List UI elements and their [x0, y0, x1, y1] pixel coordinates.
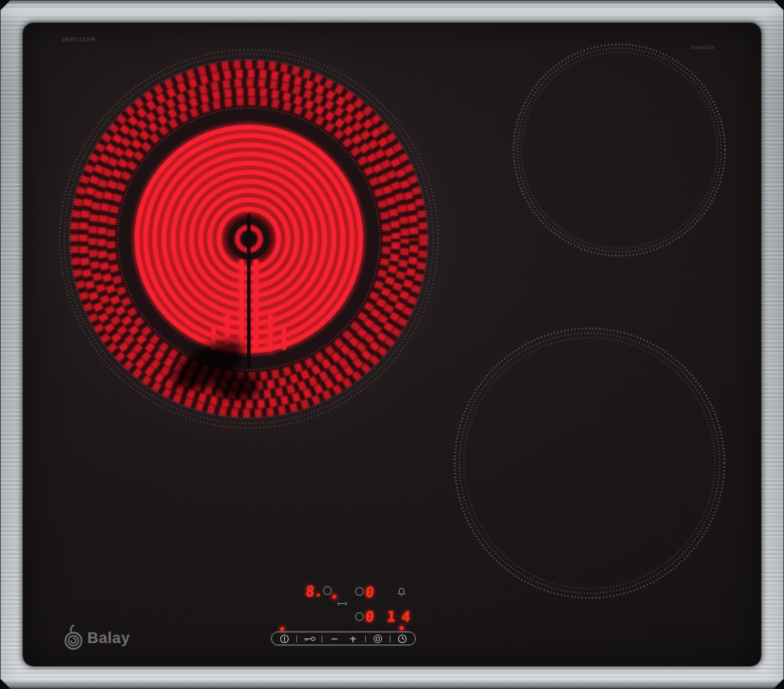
divider	[322, 635, 322, 642]
power-on-indicator	[280, 627, 284, 631]
timer-bell-icon	[397, 587, 406, 596]
zone-front-right-level-display: 0	[364, 609, 374, 624]
cooking-zone-rear-right	[505, 35, 734, 265]
timer-active-indicator	[400, 626, 403, 630]
hob-photo: 3EB715XR 9000605258	[0, 0, 784, 689]
cooking-zone-front-left-active	[42, 32, 456, 446]
cooking-zone-front-right	[444, 318, 735, 609]
minus-label: −	[331, 634, 339, 644]
dual-zone-icon	[373, 634, 383, 644]
minus-button[interactable]: −	[328, 632, 341, 645]
divider	[365, 635, 366, 642]
balay-spiral-icon	[63, 625, 84, 651]
clock-icon	[397, 634, 407, 644]
limiter-sensor-line	[247, 214, 251, 369]
key-lock-icon	[303, 635, 316, 642]
timer-button[interactable]	[397, 632, 409, 645]
brand-logo: Balay	[63, 625, 130, 651]
zone-front-right-select-sensor[interactable]	[355, 612, 364, 621]
dual-circuit-icon	[338, 601, 347, 606]
zone-selected-indicator	[332, 595, 336, 599]
touch-control-bar: − +	[271, 632, 416, 645]
zone-rear-right-select-sensor[interactable]	[355, 587, 364, 596]
brand-logo-text: Balay	[87, 629, 130, 647]
zone-rear-right-level-display: 0	[364, 585, 374, 599]
plus-label: +	[348, 634, 357, 644]
divider	[296, 635, 297, 642]
plus-button[interactable]: +	[347, 632, 359, 645]
ceramic-glass-surface: 3EB715XR 9000605258	[23, 23, 761, 666]
zone-front-left-level-display: 8.	[305, 584, 324, 599]
power-icon	[279, 634, 289, 644]
child-lock-button[interactable]	[303, 632, 316, 645]
dual-zone-button[interactable]	[371, 632, 384, 645]
zone-front-left-select-sensor[interactable]	[323, 586, 332, 595]
power-button[interactable]	[278, 632, 290, 645]
divider	[390, 635, 390, 642]
timer-display: 14	[386, 609, 417, 624]
